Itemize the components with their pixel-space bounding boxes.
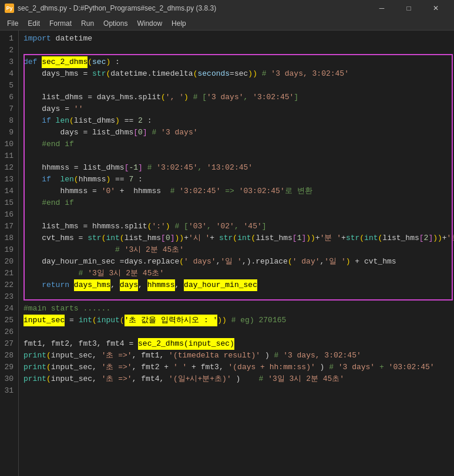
line-num-11: 11 bbox=[0, 150, 18, 162]
menu-window[interactable]: Window bbox=[132, 17, 167, 30]
line-num-22: 22 bbox=[0, 279, 18, 291]
line-num-3: 3 bbox=[0, 56, 18, 68]
line-num-4: 4 bbox=[0, 68, 18, 80]
line-num-26: 26 bbox=[0, 326, 18, 338]
code-line-14: hhmmss = '0' + hhmmss # '3:02:45' => '03… bbox=[19, 185, 454, 197]
line-num-28: 28 bbox=[0, 350, 18, 362]
code-line-8: if len(list_dhms) == 2 : bbox=[19, 115, 454, 127]
code-line-19: # '3시 2분 45초' bbox=[19, 244, 454, 256]
code-line-10: #end if bbox=[19, 139, 454, 150]
line-num-24: 24 bbox=[0, 303, 18, 315]
line-num-19: 19 bbox=[0, 244, 18, 256]
code-line-6: list_dhms = days_hms.split(', ') # ['3 d… bbox=[19, 92, 454, 103]
code-line-23 bbox=[19, 291, 454, 303]
line-num-1: 1 bbox=[0, 33, 18, 45]
line-num-6: 6 bbox=[0, 92, 18, 103]
line-num-29: 29 bbox=[0, 362, 18, 373]
line-num-25: 25 bbox=[0, 315, 18, 326]
line-num-17: 17 bbox=[0, 221, 18, 232]
line-num-20: 20 bbox=[0, 256, 18, 268]
code-line-28: print(input_sec, '초 =>', fmt1, '(timedel… bbox=[19, 350, 454, 362]
line-num-9: 9 bbox=[0, 127, 18, 139]
code-wrapper[interactable]: import datetime def sec_2_dhms(sec) : da… bbox=[19, 31, 454, 476]
line-num-13: 13 bbox=[0, 174, 18, 185]
menu-options[interactable]: Options bbox=[99, 17, 132, 30]
code-line-26 bbox=[19, 326, 454, 338]
close-button[interactable]: ✕ bbox=[422, 0, 449, 16]
menu-bar: File Edit Format Run Options Window Help bbox=[0, 16, 454, 31]
line-num-18: 18 bbox=[0, 232, 18, 244]
menu-run[interactable]: Run bbox=[76, 17, 99, 30]
code-line-31 bbox=[19, 385, 454, 397]
line-num-14: 14 bbox=[0, 185, 18, 197]
code-line-13: if len(hhmmss) == 7 : bbox=[19, 174, 454, 185]
code-line-11 bbox=[19, 150, 454, 162]
code-line-1: import datetime bbox=[19, 33, 454, 45]
line-num-10: 10 bbox=[0, 139, 18, 150]
code-line-24: #main starts ...... bbox=[19, 303, 454, 315]
line-num-23: 23 bbox=[0, 291, 18, 303]
line-num-30: 30 bbox=[0, 373, 18, 385]
menu-file[interactable]: File bbox=[2, 17, 23, 30]
code-line-18: cvt_hms = str(int(list_hms[0]))+'시 '+ st… bbox=[19, 232, 454, 244]
code-line-5 bbox=[19, 80, 454, 92]
line-num-7: 7 bbox=[0, 103, 18, 115]
code-area[interactable]: 1 2 3 4 5 6 7 8 9 10 11 12 13 14 15 16 1… bbox=[0, 31, 454, 476]
code-line-20: day_hour_min_sec =days.replace(' days','… bbox=[19, 256, 454, 268]
code-line-30: print(input_sec, '초 =>', fmt4, '(일+시+분+초… bbox=[19, 373, 454, 385]
line-num-5: 5 bbox=[0, 80, 18, 92]
code-line-17: list_hms = hhmmss.split(':') # ['03', '0… bbox=[19, 221, 454, 232]
line-num-21: 21 bbox=[0, 268, 18, 279]
code-line-22: return days_hms, days, hhmmss, day_hour_… bbox=[19, 279, 454, 291]
line-num-27: 27 bbox=[0, 338, 18, 350]
code-line-4: days_hms = str(datetime.timedelta(second… bbox=[19, 68, 454, 80]
code-line-15: #end if bbox=[19, 197, 454, 209]
code-line-9: days = list_dhms[0] # '3 days' bbox=[19, 127, 454, 139]
code-line-3: def sec_2_dhms(sec) : bbox=[19, 56, 454, 68]
code-line-27: fmt1, fmt2, fmt3, fmt4 = sec_2_dhms(inpu… bbox=[19, 338, 454, 350]
code-line-21: # '3일 3시 2분 45초' bbox=[19, 268, 454, 279]
maximize-button[interactable]: □ bbox=[395, 0, 422, 16]
code-content[interactable]: import datetime def sec_2_dhms(sec) : da… bbox=[19, 31, 454, 399]
title-bar: Py sec_2_dhms.py - D:#Python_Programs#se… bbox=[0, 0, 454, 16]
menu-help[interactable]: Help bbox=[167, 17, 191, 30]
code-line-16 bbox=[19, 209, 454, 221]
menu-format[interactable]: Format bbox=[45, 17, 76, 30]
code-line-7: days = '' bbox=[19, 103, 454, 115]
app-icon: Py bbox=[5, 4, 14, 13]
code-line-29: print(input_sec, '초 =>', fmt2 + ' ' + fm… bbox=[19, 362, 454, 373]
window-title: sec_2_dhms.py - D:#Python_Programs#sec_2… bbox=[18, 4, 368, 12]
line-num-2: 2 bbox=[0, 45, 18, 56]
line-num-12: 12 bbox=[0, 162, 18, 174]
line-num-31: 31 bbox=[0, 385, 18, 397]
line-num-15: 15 bbox=[0, 197, 18, 209]
code-line-2 bbox=[19, 45, 454, 56]
code-line-12: hhmmss = list_dhms[-1] # '3:02:45', '13:… bbox=[19, 162, 454, 174]
line-num-8: 8 bbox=[0, 115, 18, 127]
minimize-button[interactable]: ─ bbox=[368, 0, 395, 16]
window-controls: ─ □ ✕ bbox=[368, 0, 449, 16]
line-num-16: 16 bbox=[0, 209, 18, 221]
code-line-25: input_sec = int(input('초 값을 입력하시오 : ')) … bbox=[19, 315, 454, 326]
line-numbers: 1 2 3 4 5 6 7 8 9 10 11 12 13 14 15 16 1… bbox=[0, 31, 19, 476]
menu-edit[interactable]: Edit bbox=[23, 17, 45, 30]
